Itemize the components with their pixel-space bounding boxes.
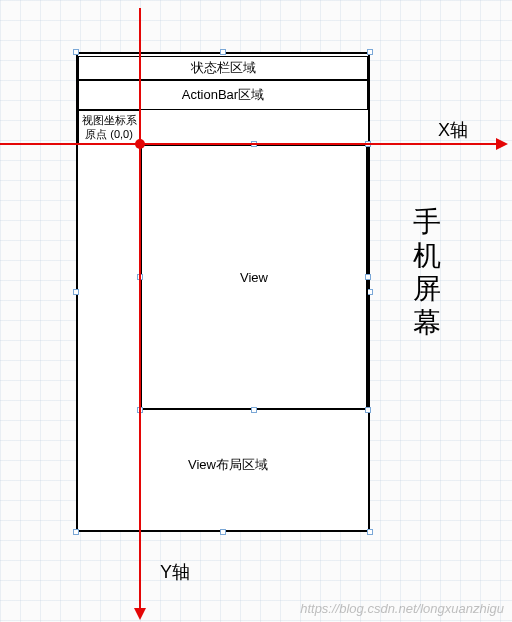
handle-icon bbox=[73, 529, 79, 535]
view-label: View bbox=[240, 270, 268, 285]
x-axis-line bbox=[0, 143, 498, 145]
y-axis-label: Y轴 bbox=[160, 560, 190, 584]
origin-label-line2: 原点 (0,0) bbox=[85, 127, 133, 141]
handle-icon bbox=[73, 49, 79, 55]
handle-icon bbox=[220, 49, 226, 55]
handle-icon bbox=[367, 49, 373, 55]
origin-label-line1: 视图坐标系 bbox=[82, 113, 137, 127]
x-axis-label: X轴 bbox=[438, 118, 468, 142]
origin-dot-icon bbox=[135, 139, 145, 149]
y-axis-line bbox=[139, 8, 141, 610]
action-bar-region: ActionBar区域 bbox=[78, 80, 368, 110]
arrow-down-icon bbox=[134, 608, 146, 620]
handle-icon bbox=[365, 407, 371, 413]
handle-icon bbox=[365, 274, 371, 280]
watermark-text: https://blog.csdn.net/longxuanzhigu bbox=[300, 601, 504, 616]
status-bar-region: 状态栏区域 bbox=[78, 56, 368, 80]
arrow-right-icon bbox=[496, 138, 508, 150]
handle-icon bbox=[251, 407, 257, 413]
handle-icon bbox=[73, 289, 79, 295]
layout-region-label: View布局区域 bbox=[188, 456, 268, 474]
phone-screen-label: 手机屏幕 bbox=[412, 205, 442, 339]
handle-icon bbox=[220, 529, 226, 535]
status-bar-label: 状态栏区域 bbox=[191, 59, 256, 77]
action-bar-label: ActionBar区域 bbox=[182, 86, 264, 104]
view-box: View bbox=[140, 144, 368, 410]
handle-icon bbox=[367, 529, 373, 535]
origin-annotation: 视图坐标系 原点 (0,0) bbox=[78, 110, 140, 144]
